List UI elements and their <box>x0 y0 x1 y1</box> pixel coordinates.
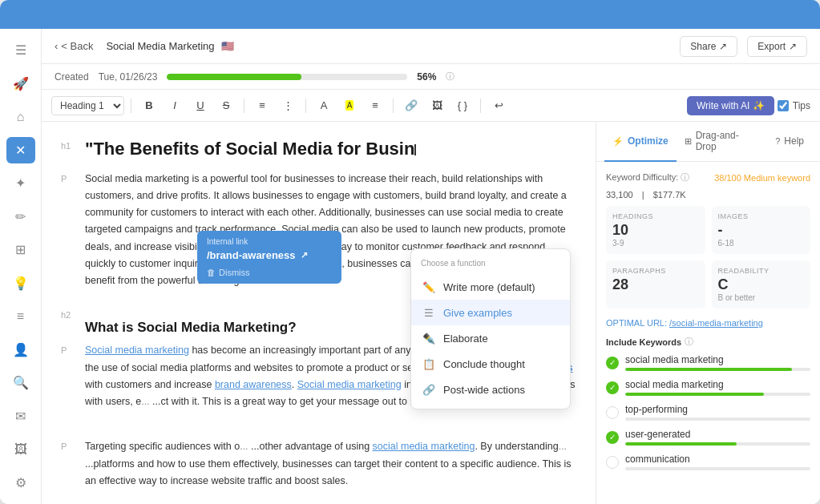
optimal-url-label: OPTIMAL URL: <box>606 318 669 328</box>
kw-info-4: user-generated <box>625 429 810 446</box>
kd-label: Keyword Difficulty: ⓘ <box>606 171 689 183</box>
app-container: ☰ 🚀 ⌂ ✕ ✦ ✏ ⊞ 💡 ≡ 👤 🔍 ✉ 🖼 ⚙ ‹ < Back <box>0 0 820 504</box>
help-tab-label: Help <box>784 135 804 147</box>
align-button[interactable]: ≡ <box>364 95 386 117</box>
keyword-item-3: top-performing <box>606 404 810 421</box>
settings-icon[interactable]: ⚙ <box>6 470 35 497</box>
tips-checkbox[interactable] <box>778 100 789 111</box>
editor-h1: "The Benefits of Social Media for Busin <box>85 138 576 161</box>
strikethrough-button[interactable]: S <box>215 95 237 117</box>
ai-give-examples[interactable]: ☰ Give examples <box>411 300 570 325</box>
share-label: Share <box>690 41 716 52</box>
stat-headings-sub: 3-9 <box>612 239 699 248</box>
progress-bar-area: Created Tue, 01/26/23 56% ⓘ <box>42 64 820 90</box>
page-title: Social Media Marketing <box>106 40 214 52</box>
optimize-icon[interactable]: ✕ <box>6 137 35 164</box>
bold-button[interactable]: B <box>138 95 160 117</box>
flag-icon: 🇺🇸 <box>221 40 234 52</box>
main-layout: ☰ 🚀 ⌂ ✕ ✦ ✏ ⊞ 💡 ≡ 👤 🔍 ✉ 🖼 ⚙ ‹ < Back <box>0 29 820 504</box>
write-ai-label: Write with AI ✨ <box>697 100 765 111</box>
highlight-button[interactable]: A <box>338 95 361 117</box>
heading-select[interactable]: Heading 1 Heading 2 Paragraph <box>51 96 124 115</box>
include-keywords-label: Include Keywords ⓘ <box>606 336 810 348</box>
stat-images-value: - <box>718 222 805 239</box>
h1-content[interactable]: "The Benefits of Social Media for Busin <box>85 138 576 171</box>
toolbar: Heading 1 Heading 2 Paragraph B I U S ≡ … <box>42 90 820 122</box>
stat-images: IMAGES - 6-18 <box>712 206 811 254</box>
keyword-item-4: ✓ user-generated <box>606 429 810 446</box>
code-button[interactable]: { } <box>451 95 474 117</box>
kw-check-5 <box>606 456 619 469</box>
stat-images-sub: 6-18 <box>718 239 805 248</box>
grid-icon[interactable]: ⊞ <box>6 236 35 264</box>
stat-headings-value: 10 <box>612 222 699 239</box>
stats-grid: HEADINGS 10 3-9 IMAGES - 6-18 PARAGRAPHS <box>606 206 810 308</box>
share-button[interactable]: Share ↗ <box>680 36 737 57</box>
search-icon[interactable]: 🔍 <box>6 369 35 397</box>
tab-optimize[interactable]: ⚡ Optimize <box>604 122 677 162</box>
rocket-icon[interactable]: 🚀 <box>6 71 35 98</box>
write-icon: ✏️ <box>422 280 435 293</box>
kw-name-1: social media marketing <box>625 354 810 365</box>
help-tab-icon: ? <box>775 136 780 146</box>
kw-info-3: top-performing <box>625 404 810 421</box>
image-button[interactable]: 🖼 <box>426 95 448 117</box>
link-button[interactable]: 🔗 <box>400 95 422 117</box>
mail-icon[interactable]: ✉ <box>6 403 35 430</box>
keywords-info-icon: ⓘ <box>685 336 693 348</box>
undo-button[interactable]: ↩ <box>487 95 510 117</box>
ai-write-more[interactable]: ✏️ Write more (default) <box>411 274 570 300</box>
ai-conclude[interactable]: 📋 Conclude thought <box>411 351 570 377</box>
text-color-button[interactable]: A <box>313 95 335 117</box>
back-button[interactable]: ‹ < Back <box>55 40 93 52</box>
p1-label: P <box>61 171 79 298</box>
tab-help[interactable]: ? Help <box>767 122 812 162</box>
ai-elaborate[interactable]: ✒️ Elaborate <box>411 325 570 351</box>
write-ai-button[interactable]: Write with AI ✨ <box>687 96 774 115</box>
give-examples-label: Give examples <box>443 307 512 319</box>
examples-icon: ☰ <box>422 306 435 319</box>
export-button[interactable]: Export ↗ <box>747 36 807 57</box>
external-link-icon: ↗ <box>301 250 308 260</box>
stat-headings: HEADINGS 10 3-9 <box>606 206 705 254</box>
ai-post-wide[interactable]: 🔗 Post-wide actions <box>411 377 570 402</box>
underline-button[interactable]: U <box>189 95 212 117</box>
lightbulb-icon[interactable]: 💡 <box>6 270 35 297</box>
keyword-item-5: communication <box>606 454 810 470</box>
image-icon[interactable]: 🖼 <box>6 436 35 463</box>
stat-readability-label: READABILITY <box>718 267 805 275</box>
p3-content[interactable]: Targeting specific audiences with o... .… <box>85 438 576 498</box>
export-label: Export <box>757 41 786 52</box>
toolbar-sep-4 <box>393 99 394 113</box>
kw-bar-3 <box>625 417 810 421</box>
kw-bar-5 <box>625 467 810 470</box>
editor-panel-split: h1 "The Benefits of Social Media for Bus… <box>42 122 820 504</box>
edit-icon[interactable]: ✏ <box>6 204 35 231</box>
conclude-icon: 📋 <box>422 357 435 370</box>
keyword-item-1: ✓ social media marketing <box>606 354 810 371</box>
ordered-list-button[interactable]: ⋮ <box>277 95 299 117</box>
toolbar-sep-2 <box>244 99 244 113</box>
kw-name-4: user-generated <box>625 429 810 440</box>
progress-track <box>167 74 407 80</box>
kd-value: 38/100 Medium keyword <box>714 173 810 183</box>
export-icon: ↗ <box>789 41 797 52</box>
left-sidebar: ☰ 🚀 ⌂ ✕ ✦ ✏ ⊞ 💡 ≡ 👤 🔍 ✉ 🖼 ⚙ <box>0 29 42 504</box>
home-icon[interactable]: ⌂ <box>6 103 35 131</box>
menu-icon[interactable]: ☰ <box>6 37 35 64</box>
kd-number-2: $177.7K <box>653 190 686 200</box>
italic-button[interactable]: I <box>164 95 186 117</box>
sparkle-icon[interactable]: ✦ <box>6 170 35 197</box>
stat-headings-label: HEADINGS <box>612 212 699 220</box>
optimize-tab-label: Optimize <box>628 135 669 147</box>
kw-name-2: social media marketing <box>625 379 810 390</box>
person-icon[interactable]: 👤 <box>6 337 35 364</box>
kw-info-2: social media marketing <box>625 379 810 396</box>
list-icon[interactable]: ≡ <box>6 303 35 330</box>
kd-numbers: 33,100 | $177.7K <box>606 190 810 200</box>
editor-area[interactable]: h1 "The Benefits of Social Media for Bus… <box>42 122 596 504</box>
bullet-list-button[interactable]: ≡ <box>251 95 273 117</box>
tab-drag-drop[interactable]: ⊞ Drag-and-Drop <box>677 122 768 162</box>
stat-readability: READABILITY C B or better <box>712 260 811 308</box>
dismiss-button[interactable]: 🗑 Dismiss <box>207 268 332 277</box>
